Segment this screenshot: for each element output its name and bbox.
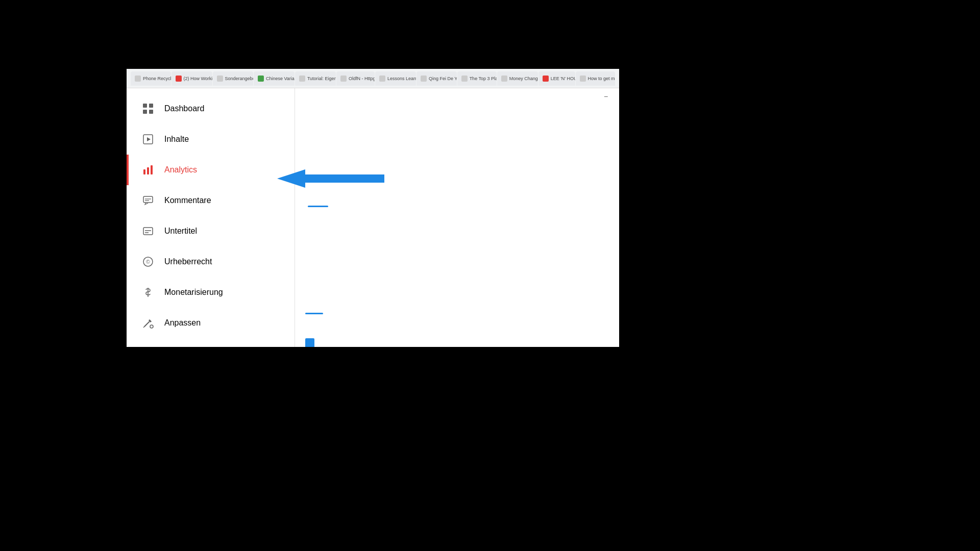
svg-rect-9 [143, 196, 153, 203]
kommentare-icon [142, 194, 154, 207]
tab-favicon-6 [340, 76, 347, 82]
tab-strip: Phone Recycling... (2) How Working a... … [131, 71, 615, 86]
tab-favicon-7 [379, 76, 385, 82]
svg-line-18 [144, 321, 150, 327]
tab-8[interactable]: Qing Fei De Yi: Y... [416, 71, 457, 86]
sidebar-item-untertitel[interactable]: Untertitel [127, 216, 295, 246]
tab-5[interactable]: Tutorial: Eigene Fe... [295, 71, 336, 86]
monetarisierung-icon [142, 286, 154, 298]
svg-marker-5 [147, 137, 151, 141]
tab-3[interactable]: Sonderangebot! |... [213, 71, 253, 86]
tab-favicon-2 [176, 76, 182, 82]
tab-12[interactable]: How to get more... [576, 71, 615, 86]
sidebar-item-urheberrecht[interactable]: © Urheberrecht [127, 246, 295, 277]
svg-text:©: © [146, 259, 150, 265]
sidebar-label-kommentare: Kommentare [164, 196, 211, 205]
sidebar-label-monetarisierung: Monetarisierung [164, 288, 223, 297]
main-content: − [295, 88, 619, 347]
tab-10[interactable]: Money Changes E... [497, 71, 538, 86]
resize-handle[interactable]: − [603, 93, 609, 99]
browser-toolbar: Phone Recycling... (2) How Working a... … [127, 69, 619, 88]
tab-9[interactable]: The Top 3 Platfo... [457, 71, 497, 86]
svg-rect-12 [143, 228, 153, 235]
svg-rect-7 [147, 167, 149, 174]
sidebar-label-dashboard: Dashboard [164, 104, 204, 113]
sidebar-label-anpassen: Anpassen [164, 318, 201, 328]
sidebar-item-analytics[interactable]: Analytics [127, 155, 295, 185]
loading-bar-3 [305, 338, 314, 347]
tab-4[interactable]: Chinese Variables... [254, 71, 295, 86]
tab-favicon-1 [135, 76, 141, 82]
tab-favicon-11 [543, 76, 549, 82]
anpassen-icon [142, 317, 154, 329]
svg-rect-2 [143, 110, 147, 114]
tab-favicon-9 [461, 76, 468, 82]
tab-7[interactable]: Lessons Learned: ... [375, 71, 416, 86]
untertitel-icon [142, 225, 154, 237]
loading-bar-2 [305, 313, 323, 314]
browser-window: Phone Recycling... (2) How Working a... … [127, 69, 619, 347]
svg-line-20 [143, 326, 145, 328]
sidebar-item-kommentare[interactable]: Kommentare [127, 185, 295, 216]
dashboard-icon [142, 103, 154, 115]
urheberrecht-icon: © [142, 256, 154, 268]
sidebar-item-anpassen[interactable]: Anpassen [127, 308, 295, 338]
svg-rect-6 [143, 169, 145, 174]
sidebar-label-inhalte: Inhalte [164, 135, 189, 144]
sidebar-item-inhalte[interactable]: Inhalte [127, 124, 295, 155]
sidebar-label-urheberrecht: Urheberrecht [164, 257, 212, 266]
svg-rect-1 [149, 104, 153, 108]
tab-favicon-10 [501, 76, 507, 82]
loading-bar-1 [308, 206, 328, 207]
sidebar-item-monetarisierung[interactable]: Monetarisierung [127, 277, 295, 308]
svg-rect-3 [149, 110, 153, 114]
tab-2[interactable]: (2) How Working a... [172, 71, 212, 86]
tab-favicon-5 [299, 76, 305, 82]
tab-favicon-8 [421, 76, 427, 82]
analytics-icon [142, 164, 154, 176]
tab-6[interactable]: OldfN - Httpgob... [336, 71, 375, 86]
sidebar: Dashboard Inhalte [127, 88, 295, 347]
svg-rect-0 [143, 104, 147, 108]
tab-11[interactable]: LEE 'N' HOUS... [538, 71, 575, 86]
sidebar-item-dashboard[interactable]: Dashboard [127, 93, 295, 124]
tab-favicon-3 [217, 76, 223, 82]
tab-favicon-4 [258, 76, 264, 82]
sidebar-label-untertitel: Untertitel [164, 227, 197, 236]
svg-rect-8 [151, 165, 153, 174]
sidebar-label-analytics: Analytics [164, 165, 197, 174]
tab-favicon-12 [580, 76, 586, 82]
svg-point-21 [150, 325, 153, 328]
tab-1[interactable]: Phone Recycling... [131, 71, 171, 86]
inhalte-icon [142, 133, 154, 145]
browser-content: Dashboard Inhalte [127, 88, 619, 347]
